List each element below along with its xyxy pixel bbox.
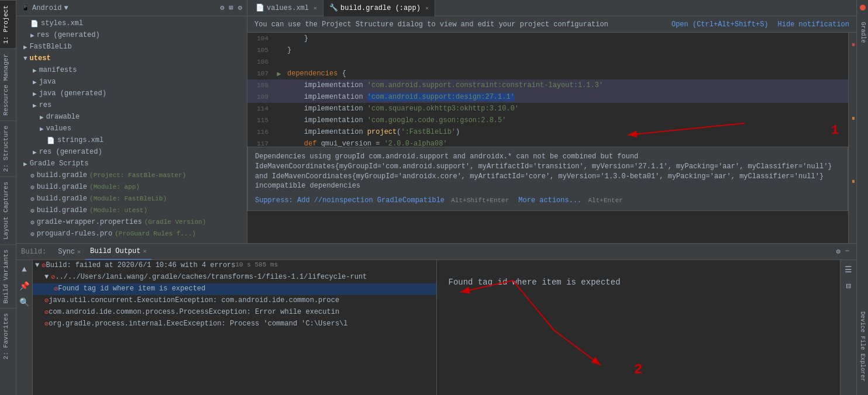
tree-item-icon-proguard-rules: ⚙ xyxy=(30,230,35,238)
open-project-structure-link[interactable]: Open (Ctrl+Alt+Shift+S) xyxy=(671,20,769,29)
device-file-explorer-label[interactable]: Device File Explorer xyxy=(859,311,866,383)
tree-item-label-gradle-scripts: Gradle Scripts xyxy=(30,160,89,168)
tree-item-label-build-gradle-utest: build.gradle xyxy=(37,206,87,214)
build-item-lifecycle-path[interactable]: ▼⊘ ../../Users/lani.wang/.gradle/caches/… xyxy=(33,272,436,283)
side-panel-icons: ☰ ⊟ xyxy=(840,260,856,395)
tree-item-build-gradle-fastblelib[interactable]: ⚙ build.gradle (Module: FastBleLib) xyxy=(16,193,247,205)
filter-icon[interactable]: ⊟ xyxy=(842,279,856,293)
layout-icon[interactable]: ⊞ xyxy=(229,4,233,12)
tree-item-res-generated2[interactable]: ▶ res (generated) xyxy=(16,146,247,158)
tree-item-styles-xml[interactable]: 📄 styles.xml xyxy=(16,18,247,29)
dropdown-icon[interactable]: ▼ xyxy=(64,4,68,12)
structure-tab[interactable]: 2: Structure xyxy=(0,120,16,176)
build-gradle-app-tab[interactable]: 🔧 build.gradle (:app) ✕ xyxy=(323,0,435,16)
tree-header-label: Android xyxy=(32,4,61,12)
tree-item-label-build-gradle-fastblelib: build.gradle xyxy=(37,195,87,203)
build-output-label: Build Output xyxy=(90,247,140,255)
tree-item-label-values: values xyxy=(46,124,71,133)
tree-item-icon-drawable: ▶ xyxy=(40,113,44,121)
hide-notification-link[interactable]: Hide notification xyxy=(778,20,849,29)
tree-item-gradle-wrapper[interactable]: ⚙ gradle-wrapper.properties (Gradle Vers… xyxy=(16,216,247,228)
build-item-found-tag[interactable]: ⊘ Found tag id where item is expected xyxy=(33,283,436,295)
tree-item-icon-build-gradle-project: ⚙ xyxy=(30,172,35,179)
project-tab[interactable]: 1: Project xyxy=(0,0,16,48)
found-tag-message: Found tag id where item is expected xyxy=(437,272,632,293)
list-icon[interactable]: ☰ xyxy=(842,262,856,276)
gradle-sidebar: Gradle Device File Explorer xyxy=(856,0,868,395)
tree-item-java[interactable]: ▶ java xyxy=(16,76,247,88)
code-line-104: 104 } xyxy=(247,33,848,44)
error-popup-text: Dependencies using groupId com.android.s… xyxy=(255,153,832,190)
gradle-label[interactable]: Gradle xyxy=(859,22,866,43)
values-xml-label: values.xml xyxy=(267,4,309,12)
tree-item-build-gradle-project[interactable]: ⚙ build.gradle (Project: FastBle-master) xyxy=(16,169,247,181)
bottom-panel: Build: Sync ✕ Build Output ✕ ⚙ − ▲ xyxy=(16,243,856,395)
tree-item-label-styles-xml: styles.xml xyxy=(41,19,83,27)
minimize-icon[interactable]: − xyxy=(845,247,849,256)
suppress-action[interactable]: Suppress: Add //noinspection GradleCompa… xyxy=(255,196,509,206)
bottom-content: ▲ 📌 🔍 ▼⊘ Build: failed at 2020/6/1 10:46… xyxy=(16,260,856,395)
tree-item-values[interactable]: ▶ values xyxy=(16,123,247,134)
build-item-com-exception[interactable]: ⊘ com.android.ide.common.process.Process… xyxy=(33,307,436,318)
tree-item-build-gradle-app[interactable]: ⚙ build.gradle (Module: app) xyxy=(16,181,247,193)
scrollbar-warning-1 xyxy=(852,117,855,120)
code-line-108: 108 implementation 'com.android.support.… xyxy=(247,79,848,91)
pin-icon[interactable]: 📌 xyxy=(18,279,32,293)
sync-tab[interactable]: Sync ✕ xyxy=(53,244,85,260)
code-line-116: 116 implementation project(':FastBleLib'… xyxy=(247,126,848,138)
code-line-109: 109 implementation 'com.android.support:… xyxy=(247,91,848,103)
tree-item-strings-xml[interactable]: 📄 strings.xml xyxy=(16,134,247,146)
tree-item-utest[interactable]: ▼ utest xyxy=(16,53,247,64)
settings-icon[interactable]: ⚙ xyxy=(220,4,224,12)
build-output-close[interactable]: ✕ xyxy=(143,248,146,255)
expand-icon[interactable]: ▲ xyxy=(18,262,32,276)
code-editor[interactable]: 104 }105}106107▶dependencies {108 implem… xyxy=(247,33,848,243)
more-actions[interactable]: More actions... Alt+Enter xyxy=(518,196,623,206)
tree-item-label-gradle-wrapper: gradle-wrapper.properties xyxy=(37,218,142,226)
sync-close[interactable]: ✕ xyxy=(77,248,81,255)
favorites-tab[interactable]: 2: Favorites xyxy=(0,308,16,364)
tree-item-icon-java: ▶ xyxy=(33,78,37,86)
tree-content: 📄 styles.xml▶ res (generated)▶ FastBleLi… xyxy=(16,16,247,243)
tree-item-label-res: res xyxy=(39,101,52,109)
build-output-tab[interactable]: Build Output ✕ xyxy=(85,244,151,260)
editor-scrollbar[interactable] xyxy=(848,33,856,243)
layout-captures-tab[interactable]: Layout Captures xyxy=(0,176,16,244)
tree-item-java-generated[interactable]: ▶ java (generated) xyxy=(16,88,247,99)
tree-item-sublabel-proguard-rules: (ProGuard Rules f...) xyxy=(115,230,196,237)
tree-item-fastblelib[interactable]: ▶ FastBleLib xyxy=(16,41,247,53)
tree-item-build-gradle-utest[interactable]: ⚙ build.gradle (Module: utest) xyxy=(16,205,247,216)
tree-item-proguard-rules[interactable]: ⚙ proguard-rules.pro (ProGuard Rules f..… xyxy=(16,228,247,240)
code-line-114: 114 implementation 'com.squareup.okhttp3… xyxy=(247,103,848,115)
svg-line-5 xyxy=(554,330,601,365)
resource-manager-tab[interactable]: Resource Manager xyxy=(0,48,16,120)
tree-item-icon-res-generated2: ▶ xyxy=(33,148,37,156)
tree-item-icon-build-gradle-app: ⚙ xyxy=(30,183,35,191)
build-item-build-failed[interactable]: ▼⊘ Build: failed at 2020/6/1 10:46 with … xyxy=(33,260,436,272)
editor-area: 📄 values.xml ✕ 🔧 build.gradle (:app) ✕ Y… xyxy=(247,0,856,243)
tree-item-res-generated[interactable]: ▶ res (generated) xyxy=(16,29,247,41)
build-item-org-exception[interactable]: ⊘ org.gradle.process.internal.ExecExcept… xyxy=(33,318,436,330)
gear-icon[interactable]: ⚙ xyxy=(238,4,242,12)
values-xml-close[interactable]: ✕ xyxy=(314,5,317,12)
build-item-java-exception[interactable]: ⊘ java.util.concurrent.ExecutionExceptio… xyxy=(33,295,436,307)
tree-item-sublabel-gradle-wrapper: (Gradle Version) xyxy=(144,219,206,226)
tree-item-manifests[interactable]: ▶ manifests xyxy=(16,64,247,76)
android-folder-icon: 📱 xyxy=(21,4,30,12)
search-icon[interactable]: 🔍 xyxy=(18,295,32,309)
values-xml-tab[interactable]: 📄 values.xml ✕ xyxy=(250,0,323,16)
tree-item-drawable[interactable]: ▶ drawable xyxy=(16,111,247,123)
tree-item-sublabel-build-gradle-fastblelib: (Module: FastBleLib) xyxy=(89,195,167,202)
tree-item-label-java: java xyxy=(39,78,56,86)
tree-header: 📱 Android ▼ ⚙ ⊞ ⚙ xyxy=(16,0,247,16)
project-tree: 📱 Android ▼ ⚙ ⊞ ⚙ 📄 styles.xml▶ res (gen… xyxy=(16,0,247,243)
build-item-text-build-failed: Build: failed at 2020/6/1 10:46 with 4 e… xyxy=(46,261,235,269)
settings-icon-bottom[interactable]: ⚙ xyxy=(836,247,841,256)
scrollbar-warning-2 xyxy=(852,180,855,183)
tree-item-gradle-scripts[interactable]: ▶ Gradle Scripts xyxy=(16,158,247,169)
build-gradle-close[interactable]: ✕ xyxy=(425,5,429,12)
tree-item-icon-build-gradle-fastblelib: ⚙ xyxy=(30,195,35,203)
build-item-icon-lifecycle-path: ▼ xyxy=(44,273,49,281)
build-variants-tab[interactable]: Build Variants xyxy=(0,244,16,308)
tree-item-res[interactable]: ▶ res xyxy=(16,99,247,111)
